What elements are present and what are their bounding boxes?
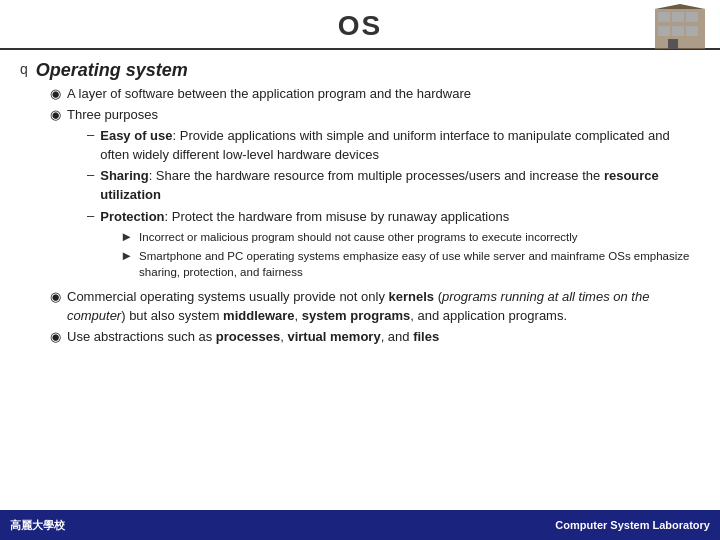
circle-bullet-icon: ◉ xyxy=(50,107,61,122)
list-item: – Easy of use: Provide applications with… xyxy=(87,127,700,165)
l2-list: – Easy of use: Provide applications with… xyxy=(87,127,700,284)
list-item: ◉ Three purposes – Easy of use: Provide … xyxy=(50,106,700,286)
circle-bullet-icon: ◉ xyxy=(50,86,61,101)
svg-marker-8 xyxy=(655,4,705,9)
item-text: Commercial operating systems usually pro… xyxy=(67,288,700,326)
list-item: ► Incorrect or malicious program should … xyxy=(120,229,700,245)
footer-left-label: 高麗大學校 xyxy=(10,518,65,533)
footer-right-label: Computer System Laboratory xyxy=(555,519,710,531)
item-text: Use abstractions such as processes, virt… xyxy=(67,328,439,347)
circle-bullet-icon: ◉ xyxy=(50,329,61,344)
dash-icon: – xyxy=(87,127,94,142)
dash-icon: – xyxy=(87,167,94,182)
section-header: q Operating system xyxy=(20,60,700,81)
section-title: Operating system xyxy=(36,60,188,81)
list-item: ► Smartphone and PC operating systems em… xyxy=(120,248,700,280)
item-text: Three purposes xyxy=(67,107,158,122)
dash-icon: – xyxy=(87,208,94,223)
list-item: ◉ Use abstractions such as processes, vi… xyxy=(50,328,700,347)
arrow-icon: ► xyxy=(120,229,133,244)
l3-list: ► Incorrect or malicious program should … xyxy=(120,229,700,280)
svg-rect-1 xyxy=(658,12,670,22)
main-bullet: q xyxy=(20,61,28,77)
svg-rect-6 xyxy=(686,26,698,36)
item-text: Sharing: Share the hardware resource fro… xyxy=(100,167,700,205)
svg-rect-2 xyxy=(672,12,684,22)
item-text: Protection: Protect the hardware from mi… xyxy=(100,209,509,224)
l1-list: ◉ A layer of software between the applic… xyxy=(50,85,700,347)
main-content: q Operating system ◉ A layer of software… xyxy=(0,50,720,357)
list-item: – Sharing: Share the hardware resource f… xyxy=(87,167,700,205)
item-text: Smartphone and PC operating systems emph… xyxy=(139,248,700,280)
svg-rect-5 xyxy=(672,26,684,36)
circle-bullet-icon: ◉ xyxy=(50,289,61,304)
building-icon xyxy=(650,4,710,58)
item-text: Easy of use: Provide applications with s… xyxy=(100,127,700,165)
item-text: Incorrect or malicious program should no… xyxy=(139,229,577,245)
item-with-children: Protection: Protect the hardware from mi… xyxy=(100,208,700,283)
svg-rect-7 xyxy=(668,39,678,49)
page-header: OS xyxy=(0,0,720,50)
page-footer: 高麗大學校 Computer System Laboratory xyxy=(0,510,720,540)
arrow-icon: ► xyxy=(120,248,133,263)
item-with-children: Three purposes – Easy of use: Provide ap… xyxy=(67,106,700,286)
page-title: OS xyxy=(338,10,382,41)
item-text: A layer of software between the applicat… xyxy=(67,85,471,104)
svg-rect-3 xyxy=(686,12,698,22)
list-item: – Protection: Protect the hardware from … xyxy=(87,208,700,283)
list-item: ◉ Commercial operating systems usually p… xyxy=(50,288,700,326)
svg-rect-4 xyxy=(658,26,670,36)
list-item: ◉ A layer of software between the applic… xyxy=(50,85,700,104)
